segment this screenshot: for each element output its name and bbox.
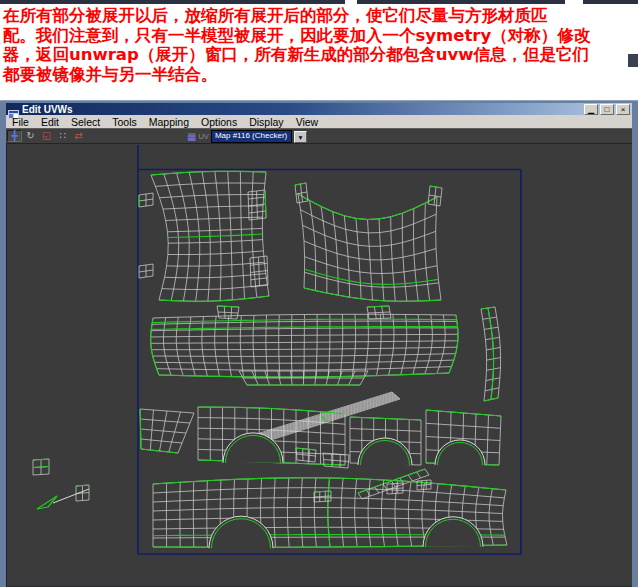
uv-shell-car-side[interactable]	[153, 478, 507, 548]
uv-shell-bumper-lip[interactable]	[239, 371, 368, 385]
scale-tool-icon[interactable]: ◱	[39, 130, 54, 142]
toolbar-right-group: ▦ UV Map #116 (Checker) ▼	[187, 130, 307, 143]
menu-item-file[interactable]: File	[6, 116, 35, 128]
show-map-icon[interactable]: ▦	[187, 131, 196, 143]
window-icon	[8, 105, 19, 114]
uv-shell-windshield-horn-left[interactable]	[295, 183, 308, 203]
uv-space-label: UV	[198, 132, 208, 141]
map-dropdown[interactable]: Map #116 (Checker)	[211, 130, 292, 143]
tutorial-line-2: 配。我们注意到，只有一半模型被展开，因此要加入一个symetry（对称）修改	[3, 26, 636, 46]
uv-shell-hood[interactable]	[151, 171, 269, 301]
uv-shell-small-a[interactable]	[296, 448, 316, 462]
uv-canvas[interactable]	[6, 144, 632, 587]
transform-tools: ╋↻◱∷⇄	[6, 130, 86, 142]
menu-item-view[interactable]: View	[290, 116, 325, 128]
map-dropdown-value: Map #116 (Checker)	[215, 131, 287, 140]
minimize-button[interactable]: ▁	[584, 104, 598, 115]
tutorial-line-1: 在所有部分被展开以后，放缩所有展开后的部分，使它们尽量与方形材质匹	[3, 6, 636, 26]
move-tool-icon[interactable]: ╋	[7, 130, 22, 142]
rotate-tool-icon[interactable]: ↻	[23, 130, 38, 142]
tutorial-line-3: 器，返回unwrap（展开）窗口，所有新生成的部分都包含uvw信息，但是它们	[3, 45, 636, 65]
uv-wireframe-view[interactable]	[7, 144, 633, 587]
top-edge-bar-1	[0, 0, 345, 4]
tutorial-text: 在所有部分被展开以后，放缩所有展开后的部分，使它们尽量与方形材质匹配。我们注意到…	[3, 6, 636, 84]
uv-shell-car-detail2[interactable]	[387, 483, 403, 494]
uv-shell-bumper-tower-left[interactable]	[217, 306, 239, 319]
uv-shell-hood-tab2[interactable]	[139, 264, 153, 278]
freeform-mode-tool-icon[interactable]: ∷	[55, 130, 70, 142]
menu-item-select[interactable]: Select	[65, 116, 106, 128]
map-dropdown-arrow[interactable]: ▼	[294, 131, 307, 143]
title-bar[interactable]: Edit UVWs ▁□×	[6, 103, 632, 115]
uv-shell-bumper-tower-right[interactable]	[367, 306, 391, 319]
top-edge-bar-2	[357, 0, 565, 4]
menu-item-display[interactable]: Display	[243, 116, 289, 128]
uv-shell-windshield[interactable]	[298, 194, 441, 301]
uv-shell-panel-c[interactable]	[426, 410, 501, 465]
toolbar: ╋↻◱∷⇄ ▦ UV Map #116 (Checker) ▼	[6, 128, 632, 144]
uv-shell-margin-bit[interactable]	[33, 459, 49, 475]
margin-arrow-tail	[53, 489, 89, 503]
uv-shell-bumper[interactable]	[151, 314, 458, 377]
uv-shell-side-strip[interactable]	[481, 307, 501, 401]
menu-item-mapping[interactable]: Mapping	[143, 116, 195, 128]
menu-item-options[interactable]: Options	[195, 116, 243, 128]
uv-shell-hood-tab1[interactable]	[139, 193, 153, 207]
menu-bar: FileEditSelectToolsMappingOptionsDisplay…	[6, 115, 632, 128]
edit-uvws-window: Edit UVWs ▁□× FileEditSelectToolsMapping…	[0, 100, 638, 587]
uv-shell-panel-b[interactable]	[350, 417, 421, 465]
close-button[interactable]: ×	[616, 104, 630, 115]
menu-item-tools[interactable]: Tools	[106, 116, 143, 128]
maximize-button[interactable]: □	[600, 104, 614, 115]
uv-shell-fender-wedge[interactable]	[140, 409, 194, 453]
tutorial-line-4: 都要被镜像并与另一半结合。	[3, 65, 636, 85]
window-title: Edit UVWs	[22, 104, 73, 115]
mirror-tool-icon[interactable]: ⇄	[71, 130, 86, 142]
menu-item-edit[interactable]: Edit	[35, 116, 65, 128]
top-edge-bar-3	[583, 0, 638, 4]
window-buttons: ▁□×	[582, 104, 630, 115]
uv-shell-windshield-horn-right[interactable]	[428, 186, 442, 206]
